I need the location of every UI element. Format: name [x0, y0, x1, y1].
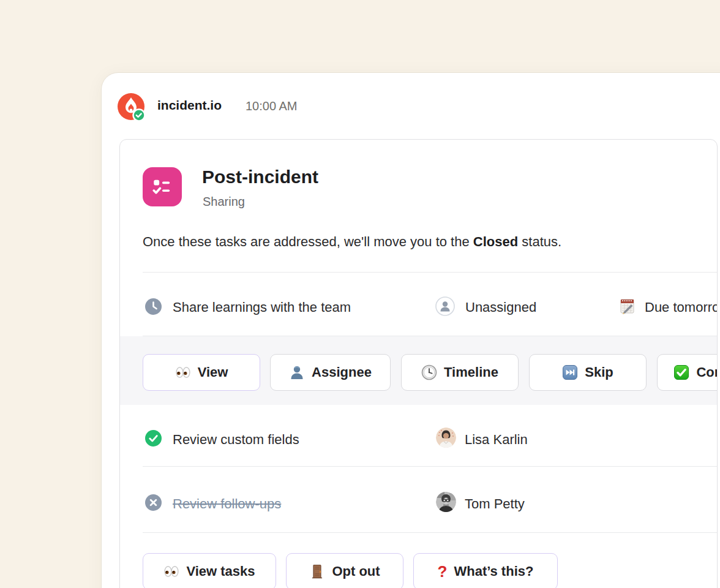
view-button[interactable]: View [143, 354, 260, 391]
card-title: Post-incident [202, 167, 318, 187]
check-button-icon [673, 364, 689, 380]
eyes-icon [175, 364, 191, 380]
task-label: Review follow-ups [173, 496, 281, 512]
task-due-date: Due tomorrow [645, 300, 718, 315]
assignee-avatar [436, 428, 456, 448]
assignee-icon [289, 364, 305, 380]
divider [143, 532, 717, 533]
verified-check-icon [133, 110, 145, 121]
assignee-avatar [436, 492, 456, 512]
task-assignee: Unassigned [465, 300, 536, 315]
button-label: View tasks [186, 564, 255, 579]
body-suffix: status. [518, 234, 561, 249]
divider [143, 466, 717, 467]
incident-io-bot-avatar[interactable] [116, 92, 146, 121]
skip-forward-icon [562, 364, 578, 380]
task-label: Share learnings with the team [173, 300, 351, 315]
button-label: Skip [585, 364, 613, 380]
complete-button[interactable]: Complete [657, 354, 718, 391]
clock-icon [145, 298, 162, 317]
person-circle-icon [435, 296, 455, 318]
button-label: What’s this? [454, 564, 533, 579]
body-status-name: Closed [473, 234, 518, 249]
card-body-text: Once these tasks are addressed, we'll mo… [143, 234, 561, 250]
message-timestamp: 10:00 AM [246, 99, 298, 113]
divider [143, 272, 717, 273]
x-circle-icon [145, 494, 162, 513]
view-tasks-button[interactable]: View tasks [143, 553, 276, 588]
button-label: Complete [696, 364, 718, 380]
eyes-icon [163, 564, 179, 579]
task-assignee: Lisa Karlin [465, 432, 528, 448]
post-incident-card: Post-incident Sharing Once these tasks a… [119, 139, 718, 588]
skip-button[interactable]: Skip [529, 354, 647, 391]
opt-out-button[interactable]: Opt out [286, 553, 403, 588]
checklist-icon [143, 167, 182, 206]
body-prefix: Once these tasks are addressed, we'll mo… [143, 234, 473, 249]
button-label: View [198, 364, 228, 380]
whats-this-button[interactable]: ? What’s this? [413, 553, 558, 588]
task-label: Review custom fields [173, 432, 299, 448]
button-label: Opt out [332, 564, 380, 579]
clock-face-icon [421, 364, 437, 380]
app-name[interactable]: incident.io [157, 98, 222, 113]
card-subtitle: Sharing [203, 195, 245, 209]
question-mark-icon: ? [438, 564, 448, 579]
assignee-button[interactable]: Assignee [270, 354, 391, 391]
calendar-icon [618, 297, 636, 317]
button-label: Timeline [444, 364, 498, 380]
door-icon [309, 564, 325, 579]
timeline-button[interactable]: Timeline [401, 354, 519, 391]
screenshot-stage: incident.io 10:00 AM Post-incident Shari… [0, 0, 720, 588]
check-circle-icon [145, 430, 162, 449]
task-assignee: Tom Petty [465, 496, 525, 512]
button-label: Assignee [312, 364, 372, 380]
